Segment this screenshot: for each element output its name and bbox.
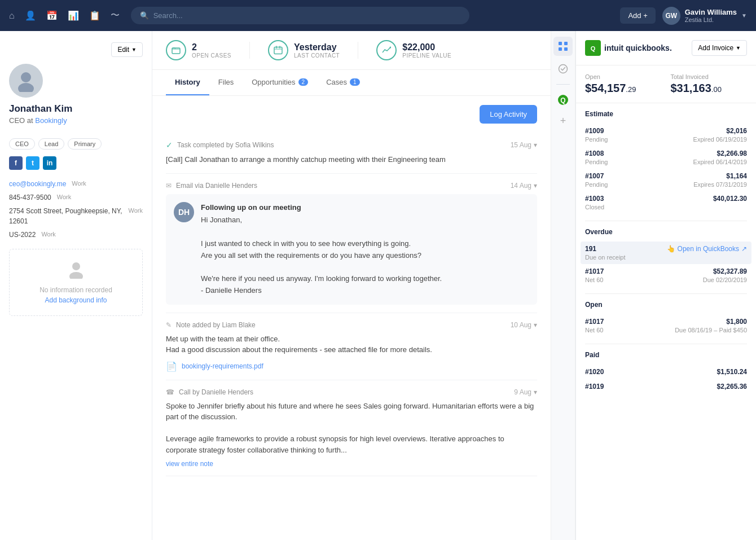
search-input[interactable] (153, 11, 460, 20)
chevron-icon[interactable]: ▾ (534, 388, 537, 396)
add-invoice-label: Add Invoice (698, 44, 733, 52)
facebook-icon[interactable]: f (9, 156, 23, 170)
chevron-down-icon: ▼ (131, 47, 137, 52)
item-left: #1007 Pending (585, 172, 608, 188)
item-status: Closed (585, 204, 604, 210)
documents-icon[interactable]: 📋 (89, 10, 100, 21)
edit-button[interactable]: Edit ▼ (111, 42, 143, 57)
attachment-link[interactable]: bookingly-requirements.pdf (182, 362, 263, 370)
contact-country: US-2022 (9, 230, 36, 240)
view-more-link[interactable]: view entire note (166, 460, 537, 468)
open-cases-label: OPEN CASES (192, 52, 231, 59)
tab-history[interactable]: History (166, 70, 209, 95)
contacts-icon[interactable]: 👤 (25, 10, 36, 21)
company-link[interactable]: Bookingly (35, 116, 67, 125)
item-date: Expires 07/31/2019 (693, 181, 747, 188)
item-left: #1017 Net 60 (585, 318, 604, 333)
stats-bar: 2 OPEN CASES Yesterday LAST CONTACT (152, 31, 551, 70)
stat-open-cases-info: 2 OPEN CASES (192, 42, 231, 59)
grid-icon[interactable] (553, 37, 573, 56)
log-activity-button[interactable]: Log Activity (480, 105, 537, 124)
tab-opportunities[interactable]: Opportunities 2 (243, 70, 317, 95)
activity-description: Note added by Liam Blake (176, 321, 256, 329)
avatar: GW (662, 7, 680, 25)
svg-rect-9 (559, 47, 562, 51)
user-area[interactable]: GW Gavin Williams Zestia Ltd. ▼ (662, 7, 747, 25)
user-avatar-initials: GW (665, 12, 677, 20)
activity-description: Task completed by Sofia Wilkins (177, 141, 274, 149)
activity-meta: ✎ Note added by Liam Blake (166, 321, 256, 329)
check-tool-icon[interactable] (553, 59, 573, 78)
activity-item-header: ✉ Email via Danielle Henders 14 Aug ▾ (166, 182, 537, 190)
open-in-quickbooks-link[interactable]: 👆 Open in QuickBooks ↗ (667, 245, 747, 253)
item-num: #1017 (585, 318, 604, 326)
activity-description: Email via Danielle Henders (176, 182, 257, 190)
open-cents: .29 (626, 85, 636, 94)
add-button[interactable]: Add + (620, 7, 655, 24)
person-icon (21, 261, 131, 283)
no-info-text: No information recorded (21, 286, 131, 294)
contact-phone-row: 845-437-9500 Work (9, 192, 143, 203)
quickbooks-tool-icon[interactable]: Q (553, 90, 573, 109)
item-num: #1020 (585, 368, 604, 376)
stats-icon[interactable]: 📊 (68, 10, 79, 21)
svg-point-11 (559, 65, 568, 73)
chart-icon (382, 46, 391, 55)
chevron-icon[interactable]: ▾ (534, 182, 537, 190)
search-bar[interactable]: 🔍 (131, 7, 469, 24)
linkedin-icon[interactable]: in (43, 156, 56, 170)
tag-primary[interactable]: Primary (68, 138, 102, 150)
activity-body: Met up with the team at their office. Ha… (166, 333, 537, 355)
calendar-icon[interactable]: 📅 (46, 10, 58, 21)
pipeline-label: PIPELINE VALUE (402, 52, 451, 59)
chevron-icon[interactable]: ▾ (534, 141, 537, 149)
item-num: #1019 (585, 383, 604, 390)
item-status: Net 60 (585, 276, 604, 283)
center-content: 2 OPEN CASES Yesterday LAST CONTACT (152, 31, 551, 540)
tab-files[interactable]: Files (209, 70, 243, 95)
contact-country-type: Work (41, 230, 55, 239)
stat-last-contact: Yesterday LAST CONTACT (268, 40, 340, 60)
add-invoice-button[interactable]: Add Invoice ▼ (692, 40, 747, 56)
search-icon: 🔍 (140, 11, 149, 20)
qb-circle-icon: Q (557, 94, 569, 106)
tool-divider (556, 84, 570, 85)
tool-panel: Q + (551, 31, 575, 540)
open-invoices-section: Open #1017 Net 60 $1,800 Due 08/16/19 – … (576, 294, 756, 344)
open-item-1017: #1017 Net 60 $1,800 Due 08/16/19 – Paid … (585, 314, 747, 337)
item-amount: $2,016 (726, 127, 747, 135)
item-left: #1020 (585, 368, 604, 376)
tag-lead[interactable]: Lead (38, 138, 64, 150)
estimate-item-1003: #1003 Closed $40,012.30 (585, 191, 747, 214)
folder-icon (172, 46, 181, 55)
item-right: $1,800 Due 08/16/19 – Paid $450 (675, 318, 747, 333)
contact-email[interactable]: ceo@bookingly.me (9, 179, 66, 189)
activity-item-header: ✎ Note added by Liam Blake 10 Aug ▾ (166, 321, 537, 329)
background-info-box[interactable]: No information recorded Add background i… (9, 249, 143, 316)
open-qb-text: Open in QuickBooks (678, 245, 739, 253)
overdue-section: Overdue 191 Due on receipt 👆 Open in Qui… (576, 221, 756, 293)
chevron-icon[interactable]: ▾ (534, 321, 537, 329)
activity-description: Call by Danielle Henders (179, 388, 253, 396)
total-amount-value: $31,163.00 (671, 82, 748, 95)
svg-point-3 (69, 272, 83, 279)
person-silhouette-icon (68, 261, 84, 279)
activity-icon[interactable]: 〜 (111, 10, 120, 21)
twitter-icon[interactable]: t (26, 156, 39, 170)
chevron-down-icon: ▼ (741, 12, 747, 19)
nav-icons: ⌂ 👤 📅 📊 📋 〜 (9, 10, 120, 21)
item-num: #1009 (585, 127, 608, 135)
item-status: Due on receipt (585, 254, 626, 261)
tags-container: CEO Lead Primary (9, 138, 143, 150)
date-text: 15 Aug (511, 141, 531, 149)
home-icon[interactable]: ⌂ (9, 11, 15, 21)
contact-email-row: ceo@bookingly.me Work (9, 179, 143, 189)
last-contact-label: LAST CONTACT (294, 52, 340, 59)
avatar-silhouette (15, 69, 37, 92)
add-tool-icon[interactable]: + (560, 115, 566, 127)
quickbooks-logo: Q intuit quickbooks. (585, 40, 672, 56)
tag-ceo[interactable]: CEO (9, 138, 35, 150)
add-bg-info-link[interactable]: Add background info (21, 296, 131, 304)
email-content: Following up on our meeting Hi Jonathan,… (201, 202, 442, 297)
tab-cases[interactable]: Cases 1 (317, 70, 368, 95)
